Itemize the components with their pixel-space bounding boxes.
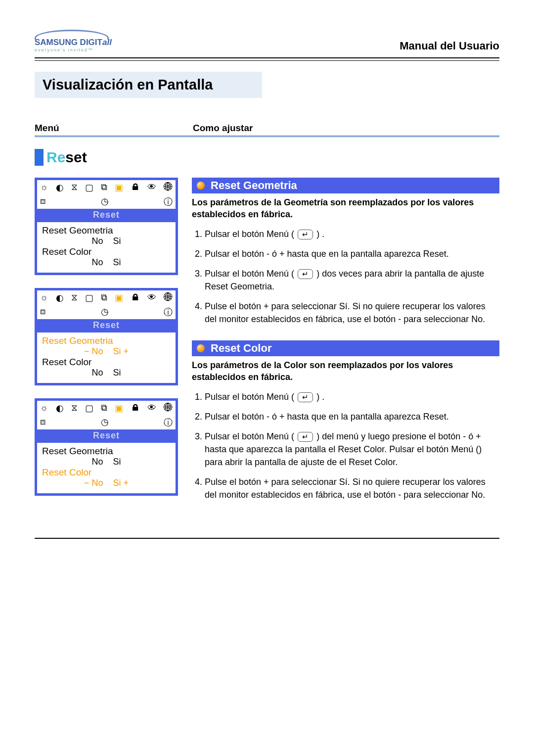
reset-heading-part1: Re (46, 149, 65, 165)
color-step-4: Pulse el botón + para seleccionar Sí. Si… (205, 475, 499, 501)
lock-icon: 🔒︎ (131, 182, 140, 193)
color-step-2: Pulsar el botón - ó + hasta que en la pa… (205, 410, 499, 423)
step-text: Pulsar el botón Menú ( (205, 269, 294, 279)
box-icon: ⧈ (40, 417, 45, 428)
osd-label: Reset (37, 209, 176, 222)
bullet-icon (197, 182, 205, 189)
osd-body: Reset Geometria No Si Reset Color − No S… (37, 443, 176, 493)
page-title: Visualización en Pantalla (35, 72, 262, 98)
menu-button-icon: ↵ (298, 432, 313, 442)
info-icon: ⓘ (164, 306, 173, 318)
reset-icon: ▣ (115, 182, 123, 193)
hglass-icon: ⧖ (71, 292, 78, 303)
osd-line-color: Reset Color (42, 246, 171, 257)
window-icon: ⧉ (101, 292, 107, 303)
osd-body: Reset Geometria No Si Reset Color No Si (37, 222, 176, 273)
clock-icon: ◷ (101, 306, 109, 318)
lock-icon: 🔒︎ (131, 403, 140, 414)
osd-icon-row: ☼ ◐ ⧖ ▢ ⧉ ▣ 🔒︎ 👁︎ 🌐︎ ⧈ ◷ ⓘ (37, 180, 176, 209)
osd-no: No (91, 368, 103, 378)
section-head-color: Reset Color (192, 340, 499, 356)
geom-lead: Los parámetros de la Geometría son reemp… (192, 196, 499, 221)
column-headers: Menú Como ajustar (35, 123, 499, 137)
eye-icon: 👁︎ (147, 182, 156, 193)
contrast-icon: ◐ (56, 292, 64, 303)
osd-icon-row: ☼ ◐ ⧖ ▢ ⧉ ▣ 🔒︎ 👁︎ 🌐︎ ⧈ ◷ ⓘ (37, 290, 176, 319)
osd-line-geom: Reset Geometria (42, 446, 171, 457)
osd-label: Reset (37, 319, 176, 332)
osd-body: Reset Geometria − No Si + Reset Color No… (37, 332, 176, 383)
hglass-icon: ⧖ (71, 403, 78, 414)
geom-step-2: Pulsar el botón - ó + hasta que en la pa… (205, 247, 499, 260)
box-icon: ⧈ (40, 306, 45, 318)
col-header-howto: Como ajustar (193, 123, 253, 134)
osd-minus-no: − No (84, 478, 103, 488)
contrast-icon: ◐ (56, 182, 64, 193)
color-step-1: Pulsar el botón Menú ( ↵ ) . (205, 390, 499, 403)
step-tail: ) . (316, 392, 324, 402)
sun-icon: ☼ (40, 403, 48, 414)
brand-logo: SAMSUNG DIGITall everyone's invited™ (35, 30, 112, 52)
reset-heading-part2: set (65, 149, 87, 165)
section-title-color: Reset Color (211, 342, 271, 355)
osd-si: Si (113, 457, 121, 467)
contrast-icon: ◐ (56, 403, 64, 414)
osd-minus-no: − No (84, 346, 103, 356)
clock-icon: ◷ (101, 417, 109, 428)
geom-step-4: Pulse el botón + para seleccionar Sí. Si… (205, 300, 499, 326)
color-lead: Los parámetros de la Color son reemplaza… (192, 359, 499, 383)
clock-icon: ◷ (101, 196, 109, 208)
footer-rule (35, 538, 499, 539)
header-rule (35, 60, 499, 61)
eye-icon: 👁︎ (147, 292, 156, 303)
window-icon: ⧉ (101, 182, 107, 193)
col-header-menu: Menú (35, 123, 193, 134)
menu-button-icon: ↵ (298, 230, 313, 239)
osd-screenshot-3: ☼ ◐ ⧖ ▢ ⧉ ▣ 🔒︎ 👁︎ 🌐︎ ⧈ ◷ ⓘ Reset Reset G… (35, 398, 178, 496)
osd-si: Si (113, 257, 121, 267)
geom-step-3: Pulsar el botón Menú ( ↵ ) dos veces par… (205, 267, 499, 293)
step-text: Pulsar el botón Menú ( (205, 431, 294, 441)
logo-italic: all (102, 38, 112, 47)
osd-no: No (91, 257, 103, 267)
info-icon: ⓘ (164, 417, 173, 428)
screen-icon: ▢ (85, 292, 93, 303)
osd-icon-row: ☼ ◐ ⧖ ▢ ⧉ ▣ 🔒︎ 👁︎ 🌐︎ ⧈ ◷ ⓘ (37, 401, 176, 429)
globe-icon: 🌐︎ (164, 182, 173, 193)
bullet-icon (197, 344, 205, 352)
screen-icon: ▢ (85, 182, 93, 193)
logo-text: SAMSUNG DIGIT (35, 38, 102, 47)
manual-label: Manual del Usuario (400, 40, 499, 52)
sun-icon: ☼ (40, 292, 48, 303)
info-icon: ⓘ (164, 196, 173, 208)
osd-si: Si (113, 368, 121, 378)
window-icon: ⧉ (101, 403, 107, 414)
eye-icon: 👁︎ (147, 403, 156, 414)
osd-line-color: Reset Color (42, 357, 171, 368)
reset-heading: Reset (35, 149, 499, 166)
osd-screenshot-2: ☼ ◐ ⧖ ▢ ⧉ ▣ 🔒︎ 👁︎ 🌐︎ ⧈ ◷ ⓘ Reset Reset G… (35, 288, 178, 385)
osd-no: No (91, 457, 103, 467)
sun-icon: ☼ (40, 182, 48, 193)
heading-bar-icon (35, 149, 44, 166)
osd-si-plus: Si + (113, 478, 129, 488)
osd-no: No (91, 236, 103, 246)
page-header: SAMSUNG DIGITall everyone's invited™ Man… (35, 30, 499, 58)
menu-button-icon: ↵ (298, 269, 313, 279)
lock-icon: 🔒︎ (131, 292, 140, 303)
hglass-icon: ⧖ (71, 182, 78, 193)
logo-tagline: everyone's invited™ (35, 47, 112, 52)
section-title-geom: Reset Geometria (211, 179, 297, 192)
osd-label: Reset (37, 429, 176, 443)
osd-screenshot-1: ☼ ◐ ⧖ ▢ ⧉ ▣ 🔒︎ 👁︎ 🌐︎ ⧈ ◷ ⓘ Reset Reset G… (35, 178, 178, 275)
step-text: Pulsar el botón Menú ( (205, 392, 294, 402)
box-icon: ⧈ (40, 196, 45, 208)
section-head-geom: Reset Geometria (192, 178, 499, 193)
globe-icon: 🌐︎ (164, 403, 173, 414)
step-tail: ) . (316, 229, 324, 239)
color-steps: Pulsar el botón Menú ( ↵ ) . Pulsar el b… (192, 390, 499, 502)
color-step-3: Pulsar el botón Menú ( ↵ ) del menú y lu… (205, 430, 499, 469)
geom-steps: Pulsar el botón Menú ( ↵ ) . Pulsar el b… (192, 228, 499, 326)
screen-icon: ▢ (85, 403, 93, 414)
menu-button-icon: ↵ (298, 392, 313, 402)
